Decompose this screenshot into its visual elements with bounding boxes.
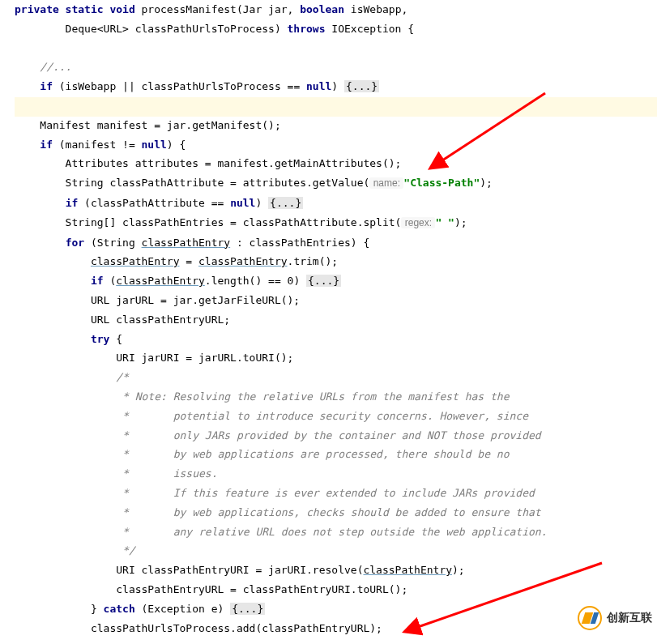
code-line: URL jarURL = jar.getJarFileURL(); (15, 294, 300, 306)
code-line: if (classPathEntry.length() == 0) {...} (15, 275, 341, 287)
code-line: classPathEntryURL = classPathEntryURI.to… (15, 583, 407, 595)
code-line: /* (15, 371, 129, 383)
code-line: * by web applications, checks should be … (15, 506, 541, 518)
code-line: URL classPathEntryURL; (15, 313, 230, 326)
code-line: try { (15, 333, 122, 345)
code-line: Deque<URL> classPathUrlsToProcess) throw… (15, 23, 414, 35)
code-line: * Note: Resolving the relative URLs from… (15, 390, 509, 403)
fold-marker[interactable]: {...} (230, 603, 265, 615)
fold-marker[interactable]: {...} (306, 275, 341, 287)
code-line: Manifest manifest = jar.getManifest(); (15, 119, 281, 131)
code-line: } catch (Exception e) {...} (15, 603, 265, 615)
param-hint: name: (369, 177, 403, 189)
fold-marker[interactable]: {...} (268, 197, 303, 209)
code-line: private static void processManifest(Jar … (15, 3, 407, 15)
code-line: if (manifest != null) { (15, 139, 186, 151)
code-line: */ (15, 544, 135, 557)
code-line: classPathEntry = classPathEntry.trim(); (15, 255, 338, 267)
code-line: * only JARs provided by the container an… (15, 429, 541, 441)
code-line: * potential to introduce security concer… (15, 410, 528, 422)
code-line: //... (15, 61, 71, 73)
code-line: String classPathAttribute = attributes.g… (15, 177, 493, 189)
code-line: * any relative URL does not step outside… (15, 526, 547, 538)
code-line: URI classPathEntryURI = jarURI.resolve(c… (15, 564, 465, 576)
code-line: Attributes attributes = manifest.getMain… (15, 157, 401, 169)
code-line: * If this feature is ever extended to in… (15, 487, 535, 499)
code-line: if (isWebapp || classPathUrlsToProcess =… (15, 80, 379, 92)
fold-marker[interactable]: {...} (344, 80, 379, 92)
code-line: for (String classPathEntry : classPathEn… (15, 237, 369, 249)
code-line: * issues. (15, 467, 217, 480)
code-line: * by web applications are processed, the… (15, 448, 509, 460)
code-line: if (classPathAttribute == null) {...} (15, 197, 303, 209)
code-line: classPathUrlsToProcess.add(classPathEntr… (15, 622, 382, 634)
code-line: URI jarURI = jarURL.toURI(); (15, 352, 293, 364)
code-editor[interactable]: private static void processManifest(Jar … (15, 0, 657, 638)
param-hint: regex: (401, 217, 435, 228)
code-line: String[] classPathEntries = classPathAtt… (15, 216, 467, 228)
